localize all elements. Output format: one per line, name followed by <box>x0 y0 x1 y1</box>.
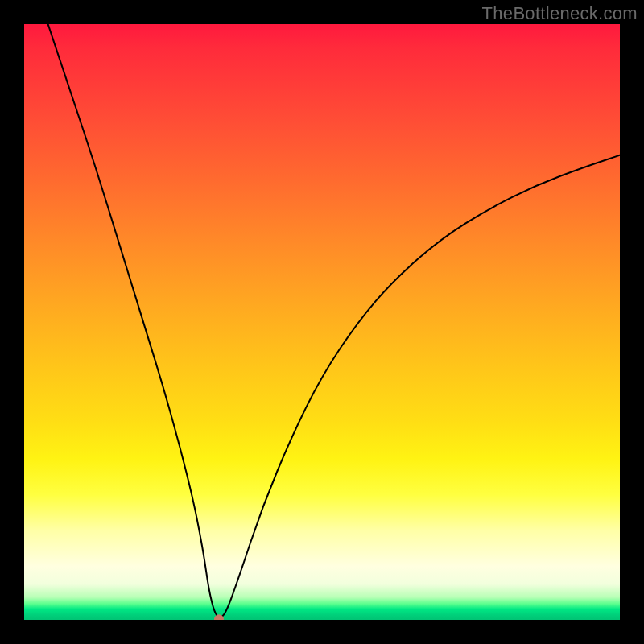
plot-area <box>24 24 620 620</box>
curve-layer <box>24 24 620 620</box>
chart-frame: TheBottleneck.com <box>0 0 644 644</box>
bottleneck-curve <box>48 24 620 617</box>
watermark-text: TheBottleneck.com <box>482 3 638 24</box>
